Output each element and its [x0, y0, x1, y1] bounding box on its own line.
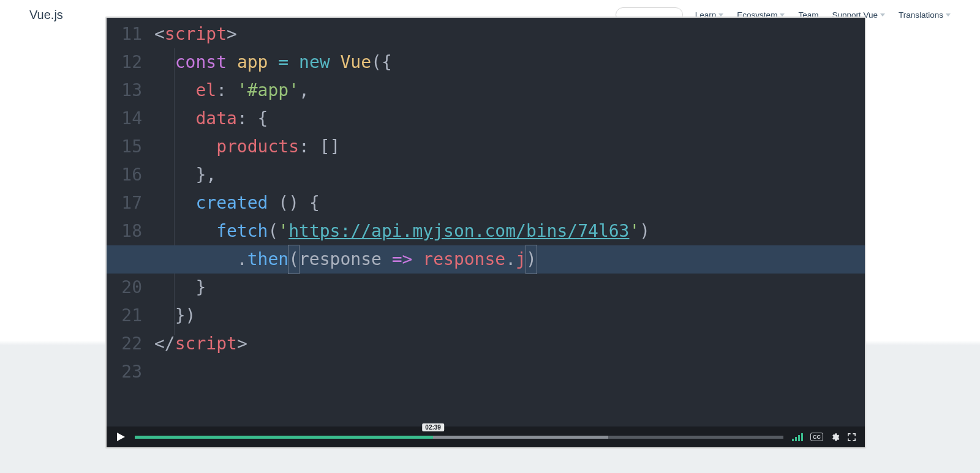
- code-line: }): [151, 302, 865, 330]
- code-line: const app = new Vue({: [151, 48, 865, 76]
- code-line: }: [151, 274, 865, 302]
- code-line: products: []: [151, 133, 865, 161]
- code-line: fetch('https://api.myjson.com/bins/74l63…: [151, 217, 865, 245]
- progress-bar[interactable]: 02:39: [135, 435, 783, 439]
- line-number-gutter: 11121314151617181920212223: [107, 20, 151, 426]
- nav-link-translations[interactable]: Translations: [899, 10, 951, 20]
- code-line: .then(response => response.j): [151, 245, 865, 274]
- cc-icon[interactable]: CC: [810, 433, 823, 441]
- video-player-bar: 02:39 CC: [107, 426, 865, 447]
- code-line: <script>: [151, 20, 865, 48]
- volume-icon[interactable]: [792, 433, 803, 441]
- time-tooltip: 02:39: [422, 423, 444, 431]
- code-line: [151, 358, 865, 386]
- code-line: data: {: [151, 105, 865, 133]
- chevron-down-icon: [780, 13, 785, 17]
- code-line: el: '#app',: [151, 76, 865, 105]
- chevron-down-icon: [718, 13, 723, 17]
- chevron-down-icon: [880, 13, 885, 17]
- code-line: },: [151, 161, 865, 189]
- video-frame: 11121314151617181920212223 <script> cons…: [105, 17, 866, 449]
- code-line: </script>: [151, 330, 865, 358]
- svg-marker-0: [117, 433, 125, 441]
- code-editor: 11121314151617181920212223 <script> cons…: [107, 18, 865, 426]
- settings-icon[interactable]: [831, 433, 840, 442]
- code-content: <script> const app = new Vue({ el: '#app…: [151, 20, 865, 386]
- chevron-down-icon: [946, 13, 951, 17]
- logo[interactable]: Vue.js: [29, 8, 63, 22]
- fullscreen-icon[interactable]: [847, 433, 856, 442]
- play-icon[interactable]: [115, 431, 126, 442]
- code-line: created () {: [151, 189, 865, 217]
